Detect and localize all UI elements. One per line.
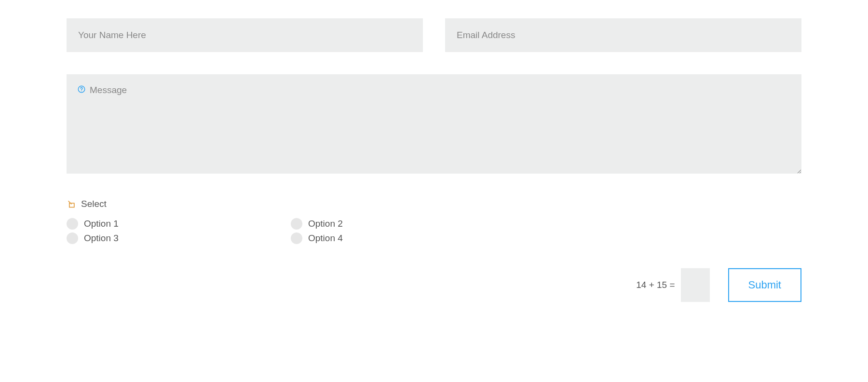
message-wrap (67, 74, 801, 176)
captcha-question: 14 + 15 = (636, 280, 675, 290)
radio-option-1[interactable] (67, 218, 78, 230)
radio-item[interactable]: Option 1 (67, 218, 276, 230)
radio-item[interactable]: Option 4 (291, 232, 501, 244)
contact-form: Select Option 1 Option 2 Option 3 Option… (67, 18, 801, 302)
submit-button[interactable]: Submit (728, 268, 801, 302)
name-input[interactable] (67, 18, 423, 52)
select-label: Select (81, 199, 107, 209)
expand-arrow-icon (67, 199, 76, 209)
name-col (67, 18, 423, 52)
email-input[interactable] (445, 18, 801, 52)
radio-option-3[interactable] (67, 232, 78, 244)
radio-label: Option 4 (308, 233, 343, 244)
select-section: Select Option 1 Option 2 Option 3 Option… (67, 199, 801, 244)
message-textarea[interactable] (67, 74, 801, 174)
select-header: Select (67, 199, 801, 209)
email-col (445, 18, 801, 52)
captcha-input[interactable] (681, 268, 710, 302)
radio-item[interactable]: Option 3 (67, 232, 276, 244)
radio-label: Option 2 (308, 218, 343, 229)
submit-row: 14 + 15 = Submit (67, 268, 801, 302)
radio-grid: Option 1 Option 2 Option 3 Option 4 (67, 218, 501, 244)
svg-rect-2 (69, 203, 74, 207)
radio-label: Option 1 (84, 218, 119, 229)
radio-label: Option 3 (84, 233, 119, 244)
radio-item[interactable]: Option 2 (291, 218, 501, 230)
name-email-row (67, 18, 801, 52)
radio-option-4[interactable] (291, 232, 302, 244)
radio-option-2[interactable] (291, 218, 302, 230)
